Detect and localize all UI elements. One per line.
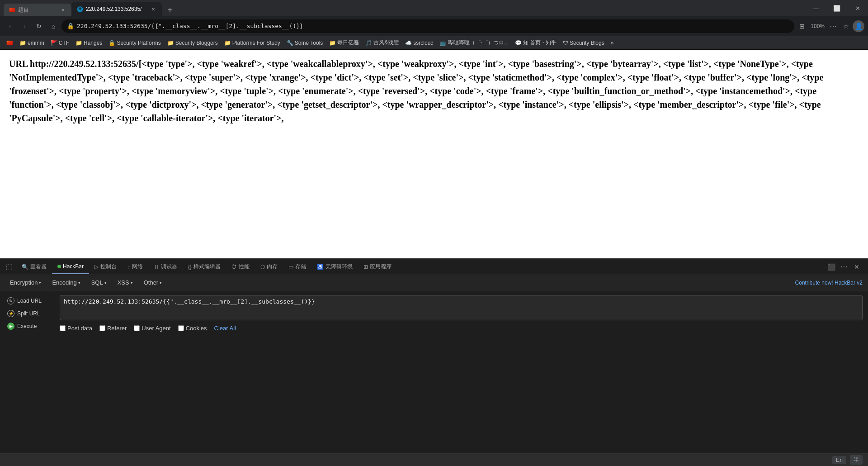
bookmark-item-2[interactable]: 📁 emmm bbox=[17, 38, 47, 48]
bookmark9-icon: 📁 bbox=[329, 40, 336, 46]
devtools-tab-hackbar[interactable]: HackBar bbox=[52, 260, 89, 274]
clear-all-button[interactable]: Clear All bbox=[214, 325, 236, 332]
split-url-button[interactable]: ⚡ Split URL bbox=[4, 308, 50, 319]
devtools-tab-pointer[interactable]: ⬚ bbox=[2, 260, 16, 274]
tab-inactive[interactable]: 🇨🇳 题目 ✕ bbox=[4, 4, 71, 16]
close-button[interactable]: ✕ bbox=[847, 0, 868, 16]
devtools-tab-style[interactable]: {} 样式编辑器 bbox=[183, 260, 226, 274]
hackbar-menu-bar: Encryption ▾ Encoding ▾ SQL ▾ XSS ▾ Othe… bbox=[0, 275, 868, 290]
other-menu[interactable]: Other ▾ bbox=[139, 277, 167, 288]
bookmark-item-1[interactable]: 🇨🇳 bbox=[4, 38, 16, 48]
bookmark5-icon: 🔒 bbox=[108, 40, 115, 46]
other-arrow-icon: ▾ bbox=[160, 281, 162, 285]
xss-arrow-icon: ▾ bbox=[131, 281, 133, 285]
bookmark2-icon: 📁 bbox=[19, 40, 26, 46]
page-content: URL http://220.249.52.133:52635/[<type '… bbox=[0, 50, 868, 258]
tab-active[interactable]: 🌐 220.249.52.133:52635/ ✕ bbox=[71, 2, 162, 16]
minimize-button[interactable]: — bbox=[806, 0, 826, 16]
tab2-close-icon[interactable]: ✕ bbox=[150, 6, 156, 12]
more-tools-icon[interactable]: ⋯ bbox=[827, 20, 839, 32]
bookmark-item-14[interactable]: 🛡 Security Blogs bbox=[560, 38, 607, 48]
bookmark-icon[interactable]: ☆ bbox=[840, 20, 852, 32]
inspector-icon: 🔍 bbox=[22, 264, 28, 270]
bookmark-item-12[interactable]: 📺 哔哩哔哩（゜-゜）つロ... bbox=[437, 38, 511, 48]
sql-menu[interactable]: SQL ▾ bbox=[87, 277, 111, 288]
memory-icon: ⬡ bbox=[260, 264, 265, 270]
devtools-more-button[interactable]: ⋯ bbox=[838, 261, 850, 273]
address-text: 220.249.52.133:52635/{{".__class__.__mro… bbox=[77, 23, 789, 29]
cookies-checkbox-label[interactable]: Cookies bbox=[178, 325, 207, 332]
bookmark-item-7[interactable]: 📁 Platforms For Study bbox=[222, 38, 283, 48]
referer-checkbox[interactable] bbox=[99, 325, 105, 331]
user-agent-checkbox[interactable] bbox=[134, 325, 140, 331]
devtools-tab-performance[interactable]: ⏱ 性能 bbox=[226, 260, 255, 274]
bookmark-item-9[interactable]: 📁 每日亿遍 bbox=[326, 38, 362, 48]
execute-button[interactable]: ▶ Execute bbox=[4, 320, 50, 332]
devtools-tab-storage[interactable]: ▭ 存储 bbox=[283, 260, 311, 274]
devtools-close-button[interactable]: ✕ bbox=[851, 261, 863, 273]
encryption-arrow-icon: ▾ bbox=[39, 281, 41, 285]
back-button[interactable]: ‹ bbox=[4, 20, 16, 33]
encoding-menu[interactable]: Encoding ▾ bbox=[47, 277, 85, 288]
xss-menu[interactable]: XSS ▾ bbox=[113, 277, 137, 288]
bookmark11-icon: ☁️ bbox=[405, 40, 412, 46]
devtools-tab-memory[interactable]: ⬡ 内存 bbox=[255, 260, 283, 274]
devtools-tab-console[interactable]: ▷ 控制台 bbox=[89, 260, 122, 274]
cookies-checkbox[interactable] bbox=[178, 325, 184, 331]
forward-button[interactable]: › bbox=[18, 20, 31, 33]
bookmark-item-11[interactable]: ☁️ ssrcloud bbox=[402, 38, 436, 48]
contribute-link[interactable]: Contribute now! HackBar v2 bbox=[795, 280, 863, 286]
content-text: URL http://220.249.52.133:52635/[<type '… bbox=[9, 59, 823, 123]
tabs-area: 🇨🇳 题目 ✕ 🌐 220.249.52.133:52635/ ✕ + bbox=[4, 0, 806, 16]
user-agent-checkbox-label[interactable]: User Agent bbox=[134, 325, 170, 332]
bookmark10-icon: 🎵 bbox=[365, 40, 372, 46]
ime-badge: 半 bbox=[850, 455, 863, 465]
reload-button[interactable]: ↻ bbox=[33, 20, 45, 33]
bookmark3-icon: 🚩 bbox=[51, 40, 57, 46]
encoding-arrow-icon: ▾ bbox=[78, 281, 80, 285]
bookmark-item-4[interactable]: 📁 Ranges bbox=[73, 38, 105, 48]
performance-icon: ⏱ bbox=[231, 264, 237, 270]
devtools-tab-inspector[interactable]: 🔍 查看器 bbox=[16, 260, 52, 274]
bookmark-more[interactable]: » bbox=[608, 38, 617, 48]
address-bar[interactable]: 🔒 220.249.52.133:52635/{{".__class__.__m… bbox=[61, 19, 794, 33]
referer-checkbox-label[interactable]: Referer bbox=[99, 325, 127, 332]
bookmark-item-3[interactable]: 🚩 CTF bbox=[48, 38, 72, 48]
post-data-checkbox[interactable] bbox=[60, 325, 66, 331]
bookmark-item-6[interactable]: 📁 Security Bloggers bbox=[165, 38, 221, 48]
navigation-bar: ‹ › ↻ ⌂ 🔒 220.249.52.133:52635/{{".__cla… bbox=[0, 16, 868, 36]
devtools-undock-button[interactable]: ⬛ bbox=[826, 261, 837, 273]
url-input[interactable] bbox=[60, 295, 863, 320]
hackbar-main-area: Post data Referer User Agent Cookie bbox=[54, 293, 868, 451]
devtools-tab-apps[interactable]: ⊞ 应用程序 bbox=[358, 260, 397, 274]
bookmark-item-5[interactable]: 🔒 Security Platforms bbox=[106, 38, 163, 48]
status-bar: En 半 bbox=[0, 453, 868, 466]
profile-icon[interactable]: 👤 bbox=[853, 20, 864, 32]
hackbar-content: Encryption ▾ Encoding ▾ SQL ▾ XSS ▾ Othe… bbox=[0, 275, 868, 453]
bookmark-item-10[interactable]: 🎵 古风&戏腔 bbox=[363, 38, 401, 48]
bookmark1-icon: 🇨🇳 bbox=[6, 40, 13, 46]
devtools-tab-accessibility[interactable]: ♿ 无障碍环境 bbox=[311, 260, 358, 274]
devtools-tab-network[interactable]: ↕ 网络 bbox=[122, 260, 148, 274]
devtools-actions: ⬛ ⋯ ✕ bbox=[826, 261, 866, 273]
load-url-button[interactable]: ↻ Load URL bbox=[4, 295, 50, 307]
extensions-icon[interactable]: ⊞ bbox=[796, 20, 808, 32]
devtools-tab-bar: ⬚ 🔍 查看器 HackBar ▷ 控制台 ↕ 网络 ⏸ 调试器 bbox=[0, 259, 868, 275]
bookmark6-icon: 📁 bbox=[167, 40, 174, 46]
hackbar-sidebar: ↻ Load URL ⚡ Split URL ▶ Execute bbox=[0, 293, 54, 451]
bookmark-item-13[interactable]: 💬 知 首页 - 知乎 bbox=[512, 38, 559, 48]
post-data-checkbox-label[interactable]: Post data bbox=[60, 325, 92, 332]
hackbar-body: ↻ Load URL ⚡ Split URL ▶ Execute bbox=[0, 290, 868, 453]
style-icon: {} bbox=[188, 264, 192, 270]
bookmark14-icon: 🛡 bbox=[563, 40, 568, 46]
encryption-menu[interactable]: Encryption ▾ bbox=[5, 277, 46, 288]
tab2-icon: 🌐 bbox=[77, 6, 83, 12]
maximize-button[interactable]: ⬜ bbox=[826, 0, 847, 16]
apps-icon: ⊞ bbox=[363, 264, 368, 270]
new-tab-button[interactable]: + bbox=[164, 4, 176, 16]
devtools-tab-debugger[interactable]: ⏸ 调试器 bbox=[148, 260, 183, 274]
tab1-close-icon[interactable]: ✕ bbox=[60, 7, 66, 13]
network-icon: ↕ bbox=[127, 264, 130, 270]
bookmark-item-8[interactable]: 🔧 Some Tools bbox=[284, 38, 326, 48]
home-button[interactable]: ⌂ bbox=[47, 20, 60, 33]
